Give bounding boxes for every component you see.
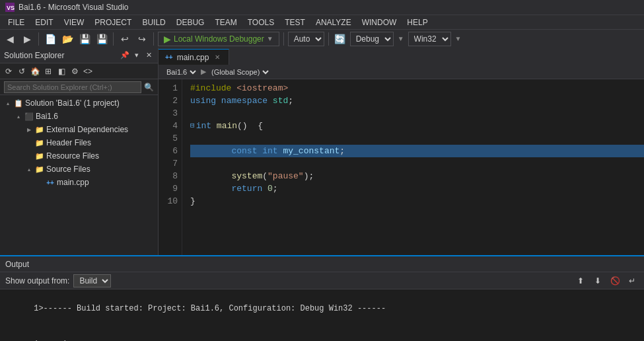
panel-header-icons: 📌 ▾ ✕: [120, 50, 154, 61]
menu-window[interactable]: WINDOW: [357, 17, 402, 28]
menu-test[interactable]: TEST: [279, 17, 310, 28]
main-content: Solution Explorer 📌 ▾ ✕ ⟳ ↺ 🏠 ⊞ ◧ ⚙ <> 🔍…: [0, 48, 644, 255]
editor-area: ++ main.cpp ✕ Bai1.6 ▶ (Global Scope) 1 …: [159, 48, 644, 255]
code-line-9: return 0;: [190, 182, 644, 195]
breadcrumb-file-dropdown[interactable]: Bai1.6: [164, 66, 198, 78]
tree-view: ▴ 📋 Solution 'Bai1.6' (1 project) ▴ ⬛ Ba…: [0, 95, 158, 255]
solution-config-dropdown[interactable]: Auto: [288, 32, 324, 46]
tree-main-cpp[interactable]: ++ main.cpp: [0, 176, 158, 189]
show-all-icon[interactable]: ⊞: [42, 65, 54, 77]
refresh-button[interactable]: 🔄: [333, 32, 347, 46]
expand-header-icon: [24, 137, 34, 148]
title-bar-text: Bai1.6 - Microsoft Visual Studio: [18, 3, 129, 12]
build-config-dropdown[interactable]: Debug: [350, 32, 394, 46]
menu-help[interactable]: HELP: [402, 17, 433, 28]
toolbar-sep-5: [328, 32, 329, 46]
code-icon[interactable]: <>: [82, 65, 94, 77]
output-clear-icon[interactable]: 🚫: [608, 274, 622, 287]
tab-bar: ++ main.cpp ✕: [159, 48, 644, 65]
line-numbers: 1 2 3 4 5 6 7 8 9 10: [159, 79, 182, 255]
ext-deps-label: External Dependencies: [46, 125, 128, 134]
solution-icon: 📋: [13, 98, 24, 108]
menu-tools[interactable]: TOOLS: [242, 17, 279, 28]
header-folder-icon: 📁: [34, 137, 45, 148]
se-toolbar: ⟳ ↺ 🏠 ⊞ ◧ ⚙ <>: [0, 63, 158, 79]
code-content[interactable]: #include <iostream> using namespace std;…: [182, 79, 644, 255]
project-label: Bai1.6: [36, 112, 58, 121]
resource-files-label: Resource Files: [46, 151, 99, 161]
collapse-icon[interactable]: ◧: [55, 65, 67, 77]
toolbar: ◀ ▶ 📄 📂 💾 💾 ↩ ↪ ▶ Local Windows Debugger…: [0, 29, 644, 48]
output-toolbar: Show output from: Build ⬆ ⬇ 🚫 ↵: [0, 272, 644, 289]
source-folder-icon: 📁: [34, 164, 45, 174]
code-line-5: [190, 132, 644, 145]
expand-solution-icon: ▴: [3, 98, 13, 108]
output-scroll-bottom-icon[interactable]: ⬇: [591, 274, 604, 287]
expand-ext-icon: ▶: [24, 124, 34, 135]
breadcrumb-scope-dropdown[interactable]: (Global Scope): [209, 66, 271, 78]
arrow-down-icon[interactable]: ▾: [131, 50, 142, 61]
cpp-file-icon: ++: [45, 177, 55, 188]
tree-header-files[interactable]: 📁 Header Files: [0, 136, 158, 149]
code-line-10: }: [190, 195, 644, 208]
menu-debug[interactable]: DEBUG: [171, 17, 210, 28]
tree-source-files[interactable]: ▴ 📁 Source Files: [0, 163, 158, 176]
toolbar-sep-3: [153, 32, 154, 46]
breadcrumb-bar: Bai1.6 ▶ (Global Scope): [159, 65, 644, 79]
open-file-button[interactable]: 📂: [60, 32, 75, 46]
project-icon: ⬛: [24, 111, 34, 122]
menu-analyze[interactable]: ANALYZE: [310, 17, 357, 28]
menu-view[interactable]: VIEW: [59, 17, 90, 28]
new-file-button[interactable]: 📄: [43, 32, 57, 46]
main-cpp-label: main.cpp: [57, 178, 89, 187]
solution-label: Solution 'Bai1.6' (1 project): [25, 98, 120, 108]
menu-project[interactable]: PROJECT: [89, 17, 137, 28]
properties-icon[interactable]: ⚙: [69, 65, 81, 77]
back-button[interactable]: ◀: [3, 32, 17, 46]
redo-button[interactable]: ↪: [135, 32, 149, 46]
search-icon: 🔍: [144, 83, 154, 92]
home-icon[interactable]: 🏠: [29, 65, 41, 77]
forward-button[interactable]: ▶: [20, 32, 34, 46]
toolbar-sep-2: [113, 32, 114, 46]
search-box: 🔍: [0, 79, 158, 95]
breadcrumb-sep: ▶: [201, 67, 206, 76]
platform-dropdown[interactable]: Win32: [408, 32, 451, 46]
code-line-8: system("pause");: [190, 170, 644, 182]
tree-external-deps[interactable]: ▶ 📁 External Dependencies: [0, 123, 158, 136]
output-title: Output: [5, 260, 29, 269]
header-files-label: Header Files: [46, 138, 91, 147]
solution-explorer: Solution Explorer 📌 ▾ ✕ ⟳ ↺ 🏠 ⊞ ◧ ⚙ <> 🔍…: [0, 48, 159, 255]
sync-icon[interactable]: ⟳: [3, 65, 15, 77]
save-button[interactable]: 💾: [77, 32, 92, 46]
menu-edit[interactable]: EDIT: [30, 17, 58, 28]
search-input[interactable]: [4, 81, 141, 93]
resource-folder-icon: 📁: [34, 151, 45, 161]
output-source-dropdown[interactable]: Build: [73, 274, 111, 287]
menu-team[interactable]: TEAM: [209, 17, 242, 28]
start-debug-button[interactable]: ▶ Local Windows Debugger ▼: [158, 32, 279, 46]
menu-file[interactable]: FILE: [3, 17, 30, 28]
undo-button[interactable]: ↩: [118, 32, 132, 46]
title-bar: VS Bai1.6 - Microsoft Visual Studio: [0, 0, 644, 15]
pin-icon[interactable]: 📌: [120, 50, 130, 61]
output-wrap-icon[interactable]: ↵: [626, 274, 639, 287]
tree-project-node[interactable]: ▴ ⬛ Bai1.6: [0, 110, 158, 123]
output-scroll-top-icon[interactable]: ⬆: [574, 274, 587, 287]
menu-build[interactable]: BUILD: [137, 17, 170, 28]
expand-file-icon: [34, 177, 45, 188]
close-panel-icon[interactable]: ✕: [143, 50, 154, 61]
output-header: Output: [0, 256, 644, 272]
output-content: 1>------ Build started: Project: Bai1.6,…: [0, 289, 644, 341]
tree-solution-node[interactable]: ▴ 📋 Solution 'Bai1.6' (1 project): [0, 96, 158, 110]
tab-main-cpp[interactable]: ++ main.cpp ✕: [159, 49, 229, 65]
toolbar-sep-4: [283, 32, 284, 46]
tab-close-icon[interactable]: ✕: [213, 53, 222, 62]
code-line-6: const int my_constant;: [190, 145, 644, 157]
menu-bar: FILE EDIT VIEW PROJECT BUILD DEBUG TEAM …: [0, 15, 644, 29]
refresh-icon[interactable]: ↺: [16, 65, 28, 77]
tree-resource-files[interactable]: 📁 Resource Files: [0, 149, 158, 163]
expand-project-icon: ▴: [13, 111, 24, 122]
code-editor[interactable]: 1 2 3 4 5 6 7 8 9 10 #include <iostream>…: [159, 79, 644, 255]
save-all-button[interactable]: 💾: [94, 32, 109, 46]
